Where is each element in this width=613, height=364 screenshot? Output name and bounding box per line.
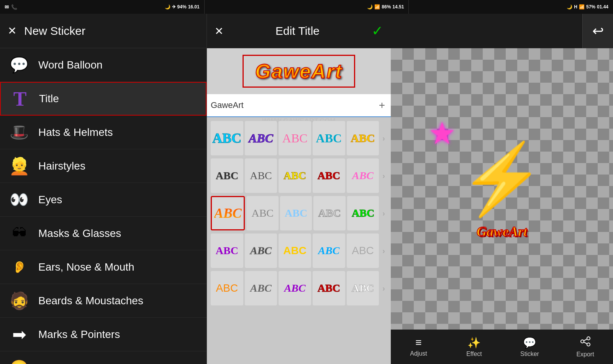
- svg-point-1: [587, 337, 590, 340]
- moon-icon-2: 🌙: [367, 4, 373, 10]
- style-item-6[interactable]: ABC: [211, 158, 243, 193]
- text-input-row: +: [207, 94, 391, 117]
- sidebar-item-emoticons[interactable]: 😊 Emoticons: [0, 351, 207, 364]
- row-overflow-4: ›: [380, 246, 387, 255]
- export-icon: [580, 336, 591, 349]
- style-item-23[interactable]: ABC: [279, 271, 311, 305]
- svg-line-4: [584, 342, 587, 344]
- style-item-10[interactable]: ABC: [347, 158, 379, 193]
- effect-label: Effect: [466, 351, 482, 357]
- sidebar-item-hats-helmets[interactable]: 🎩 Hats & Helmets: [0, 116, 207, 149]
- style-text-9: ABC: [318, 170, 340, 182]
- export-button[interactable]: Export: [557, 330, 613, 364]
- effect-button[interactable]: ✨ Effect: [446, 330, 502, 364]
- masks-glasses-icon: 🕶: [8, 222, 31, 245]
- status-bar-3: 🌙 H 📶 57% 01.44: [409, 0, 613, 14]
- sidebar-item-title[interactable]: T Title: [0, 82, 207, 116]
- time-1: 16.01: [188, 4, 200, 10]
- style-text-21: ABC: [216, 282, 238, 294]
- main-content: ✕ New Sticker 💬 Word Balloon T Title 🎩 H…: [0, 14, 613, 364]
- style-item-18[interactable]: ABC: [279, 233, 311, 268]
- beards-moustaches-label: Beards & Moustaches: [38, 295, 143, 307]
- style-item-8[interactable]: ABC: [279, 158, 311, 193]
- style-text-2: ABC: [249, 131, 273, 145]
- style-item-7[interactable]: ABC: [245, 158, 277, 193]
- row-overflow-5: ›: [380, 284, 387, 293]
- left-panel: ✕ New Sticker 💬 Word Balloon T Title 🎩 H…: [0, 14, 207, 364]
- style-text-12: ABC: [251, 207, 274, 219]
- confirm-button[interactable]: ✓: [372, 23, 383, 39]
- svg-point-2: [587, 343, 590, 346]
- middle-close-button[interactable]: ✕: [215, 25, 223, 38]
- row-overflow-1: ›: [380, 134, 387, 143]
- style-item-2[interactable]: ABC: [245, 121, 277, 155]
- status-right-1: 🌙 ✈ 94% 16.01: [165, 4, 200, 10]
- style-item-1[interactable]: ABC: [211, 121, 243, 155]
- style-item-5[interactable]: ABC: [347, 121, 379, 155]
- style-item-19[interactable]: ABC: [313, 233, 345, 268]
- sidebar-item-beards-moustaches[interactable]: 🧔 Beards & Moustaches: [0, 284, 207, 318]
- style-text-7: ABC: [250, 170, 272, 182]
- hats-helmets-icon: 🎩: [8, 121, 31, 144]
- style-text-23: ABC: [284, 282, 306, 294]
- adjust-button[interactable]: ≡ Adjust: [391, 330, 446, 364]
- style-item-25[interactable]: ABC: [347, 271, 379, 305]
- style-text-8: ABC: [284, 170, 306, 182]
- style-text-19: ABC: [318, 245, 339, 257]
- style-item-21[interactable]: ABC: [211, 271, 243, 305]
- style-item-17[interactable]: ABC: [245, 233, 277, 268]
- status-left-icons-1: ✉ 📞: [5, 4, 17, 10]
- msg-icon: ✉: [5, 4, 9, 10]
- style-item-11[interactable]: ABC: [211, 196, 245, 230]
- style-item-9[interactable]: ABC: [313, 158, 345, 193]
- style-text-10: ABC: [352, 170, 374, 182]
- style-text-4: ABC: [316, 131, 342, 145]
- style-item-13[interactable]: ABC: [280, 196, 312, 230]
- style-item-4[interactable]: ABC: [313, 121, 345, 155]
- marks-pointers-icon: ➡: [8, 323, 31, 346]
- style-item-24[interactable]: ABC: [313, 271, 345, 305]
- sidebar-item-word-balloon[interactable]: 💬 Word Balloon: [0, 48, 207, 82]
- style-text-11: ABC: [214, 205, 242, 221]
- style-text-16: ABC: [216, 245, 238, 257]
- style-item-22[interactable]: ABC: [245, 271, 277, 305]
- hairstyles-icon: 👱: [8, 155, 31, 178]
- style-item-14[interactable]: ABC: [313, 196, 345, 230]
- left-close-button[interactable]: ✕: [8, 24, 16, 37]
- sidebar-item-marks-pointers[interactable]: ➡ Marks & Pointers: [0, 318, 207, 351]
- sticker-button[interactable]: 💬 Sticker: [502, 330, 557, 364]
- export-label: Export: [576, 351, 594, 358]
- battery-2: 86%: [382, 4, 391, 10]
- style-text-22: ABC: [250, 282, 272, 294]
- sidebar-item-ears-nose-mouth[interactable]: 👂 Ears, Nose & Mouth: [0, 250, 207, 284]
- h-icon: H: [574, 4, 577, 10]
- style-item-3[interactable]: ABC: [279, 121, 311, 155]
- menu-items-list: 💬 Word Balloon T Title 🎩 Hats & Helmets …: [0, 48, 207, 364]
- effect-icon: ✨: [467, 336, 481, 349]
- masks-glasses-label: Masks & Glasses: [38, 227, 121, 240]
- style-item-20[interactable]: ABC: [347, 233, 379, 268]
- undo-button[interactable]: ↩: [582, 14, 613, 48]
- ears-nose-mouth-icon: 👂: [8, 256, 31, 279]
- time-3: 01.44: [597, 4, 608, 10]
- sidebar-item-eyes[interactable]: 👀 Eyes: [0, 183, 207, 217]
- status-bar-2: 🌙 📶 86% 14.51: [205, 0, 409, 14]
- battery-1: 94%: [177, 4, 187, 10]
- add-button[interactable]: +: [377, 99, 387, 111]
- style-item-12[interactable]: ABC: [246, 196, 278, 230]
- status-bars: ✉ 📞 🌙 ✈ 94% 16.01 🌙 📶 86% 14.51 🌙 H 📶 57…: [0, 0, 613, 14]
- status-right-2: 🌙 📶 86% 14.51: [367, 4, 404, 10]
- styles-row-1: ABC ABC ABC ABC ABC ›: [211, 121, 387, 155]
- sidebar-item-hairstyles[interactable]: 👱 Hairstyles: [0, 149, 207, 183]
- style-text-13: ABC: [285, 207, 307, 219]
- style-text-6: ABC: [216, 170, 238, 182]
- hairstyles-label: Hairstyles: [38, 160, 85, 172]
- emoticons-label: Emoticons: [38, 362, 89, 364]
- style-item-15[interactable]: ABC: [347, 196, 379, 230]
- style-item-16[interactable]: ABC: [211, 233, 243, 268]
- text-input[interactable]: [211, 100, 377, 110]
- marks-pointers-label: Marks & Pointers: [38, 328, 120, 341]
- middle-panel: ✕ Edit Title ✓ GaweArt + WWW.GAWEART.COM…: [207, 14, 391, 364]
- sidebar-item-masks-glasses[interactable]: 🕶 Masks & Glasses: [0, 217, 207, 250]
- row-overflow-3: ›: [380, 209, 387, 218]
